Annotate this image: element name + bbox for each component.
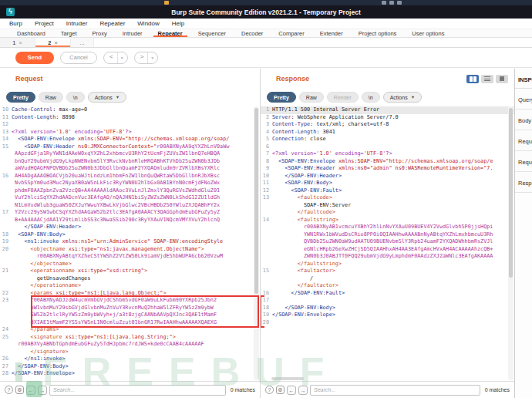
taskbar-tray-icon[interactable] xyxy=(397,1,402,5)
line-number: 20 xyxy=(0,246,12,254)
title-bar: ϟ Burp Suite Community Edition v2021.2.1… xyxy=(0,5,532,19)
view-tab-label: \n xyxy=(369,95,373,100)
code-line: 12 xyxy=(0,121,260,129)
line-number xyxy=(0,194,12,202)
tab-intruder[interactable]: Intruder xyxy=(115,29,150,37)
line-content: <SOAP-ENV:Envelope xmlns:SOAP-ENV="http:… xyxy=(12,136,260,143)
back-button[interactable]: < xyxy=(104,52,117,63)
tab-dashboard[interactable]: Dashboard xyxy=(9,29,53,37)
code-line: </operationname> xyxy=(0,282,260,290)
line-content: r00ABXNyABtqYXZheCStYWShZ2VtZW50Lk9iamVj… xyxy=(12,253,260,261)
view-tab-raw[interactable]: Raw xyxy=(39,92,63,103)
tab-project-options[interactable]: Project options xyxy=(351,29,405,37)
response-scrollbar[interactable] xyxy=(508,106,513,380)
tab-decoder[interactable]: Decoder xyxy=(234,29,271,37)
layout-toggle-group xyxy=(466,75,508,83)
menu-item-project[interactable]: Project xyxy=(29,20,60,27)
code-line: aWVudHQAGFNPQVBDb25uZWN0b3JDbGllbnQuamF2… xyxy=(0,165,260,173)
tab-comparer[interactable]: Comparer xyxy=(271,29,311,37)
line-content xyxy=(272,319,514,327)
code-line: / xyxy=(261,275,514,283)
forward-button-group[interactable]: > ▼ xyxy=(134,52,159,64)
response-search-input[interactable] xyxy=(310,385,480,396)
repeater-tab-2[interactable]: 2× xyxy=(35,38,71,47)
line-content: B+AA4AAACjdAA1Y29tLmlibSS3c3NwaSSib290c3… xyxy=(12,217,260,224)
menu-item-help[interactable]: Help xyxy=(166,20,190,27)
line-number: 25 xyxy=(0,334,12,342)
code-line: 15 <SOAP-ENV:Header ns0:JMXConnectorCont… xyxy=(0,143,260,151)
search-prev-icon[interactable]: ← xyxy=(26,386,35,395)
response-viewer[interactable]: 1HTTP/1.1 500 Internal Server Error2Serv… xyxy=(261,106,514,381)
tab-proxy[interactable]: Proxy xyxy=(85,29,115,37)
request-editor[interactable]: 10Cache-Control: max-age=011Content-Leng… xyxy=(0,106,260,381)
inspector-section-query-parameters[interactable]: Query Parameters xyxy=(515,89,532,110)
back-button-group[interactable]: < ▼ xyxy=(103,52,128,64)
tab-sequencer[interactable]: Sequencer xyxy=(190,29,234,37)
tab-target[interactable]: Target xyxy=(53,29,85,37)
line-content: <SOAP-ENV:Envelope xmlns:SOAP-ENV="http:… xyxy=(272,158,514,166)
view-tab-pretty[interactable]: Pretty xyxy=(6,92,35,103)
line-number: 7 xyxy=(261,150,272,158)
line-number: 23 xyxy=(0,297,12,305)
view-tab-n[interactable]: \n xyxy=(66,92,85,103)
repeater-tab-label: 2 xyxy=(48,39,51,46)
line-number: 6 xyxy=(261,143,272,151)
response-hscrollbar[interactable] xyxy=(271,377,304,380)
gear-icon[interactable]: ⚙ xyxy=(276,386,285,394)
code-line: 12 <SOAP-ENV:Fault> xyxy=(261,187,514,195)
code-line: N1LmVxdWlub3guaW50ZXJuYWwuYXBwLkVjbGlwc2… xyxy=(0,202,260,210)
view-tab-n[interactable]: \n xyxy=(362,92,380,103)
code-line: </faultcode> xyxy=(261,209,514,217)
line-content: / xyxy=(272,275,514,283)
code-line: 6 xyxy=(261,143,514,151)
back-dropdown-chevron-icon[interactable]: ▼ xyxy=(117,52,127,63)
code-line: VuY2hlciSqYXZhdAADcnVuc3EAfgAO/nQAJHN1bi… xyxy=(0,194,260,202)
inspector-section-response-headers[interactable]: Response Headers xyxy=(515,172,532,193)
layout-columns-icon[interactable] xyxy=(466,75,479,83)
send-button[interactable]: Send xyxy=(15,52,54,64)
search-prev-icon[interactable]: ← xyxy=(287,386,296,395)
menu-item-repeater[interactable]: Repeater xyxy=(93,20,131,27)
line-content: dXIAE1tMamF2YS5sYW5nL1N0cmluZzut01bn6R17… xyxy=(12,319,260,327)
tab-user-options[interactable]: User options xyxy=(404,29,452,37)
inspector-section-request-cookies[interactable]: Request Cookies xyxy=(515,130,532,151)
help-icon[interactable]: ? xyxy=(5,386,13,394)
request-scrollbar[interactable] xyxy=(254,106,259,380)
line-number xyxy=(0,275,12,283)
close-tab-icon[interactable]: × xyxy=(55,40,58,45)
request-panel-title: Request xyxy=(15,75,43,83)
inspector-section-body-parameters[interactable]: Body Parameters xyxy=(515,110,532,130)
line-number: 2 xyxy=(261,114,272,122)
tab-extender[interactable]: Extender xyxy=(312,29,351,37)
code-line: 19</SOAP-ENV:Envelope> xyxy=(261,312,514,319)
menu-item-window[interactable]: Window xyxy=(131,20,165,27)
new-tab-button[interactable]: ... xyxy=(71,38,94,47)
inspector-title: INSPECTOR xyxy=(515,69,532,89)
line-number xyxy=(0,158,12,166)
gear-icon[interactable]: ⚙ xyxy=(15,386,24,394)
tab-repeater[interactable]: Repeater xyxy=(150,29,190,37)
view-tab-actions[interactable]: Actions▼ xyxy=(383,92,422,103)
search-next-icon[interactable]: → xyxy=(298,386,308,395)
view-tab-pretty[interactable]: Pretty xyxy=(267,92,296,103)
request-search-input[interactable] xyxy=(49,385,226,396)
taskbar-tray-icon[interactable] xyxy=(382,1,386,5)
menu-item-intruder[interactable]: Intruder xyxy=(60,20,94,27)
view-tab-render[interactable]: Render xyxy=(327,92,359,103)
layout-rows-icon[interactable] xyxy=(481,75,493,83)
help-icon[interactable]: ? xyxy=(265,386,274,394)
layout-single-icon[interactable] xyxy=(496,75,508,83)
repeater-tab-1[interactable]: 1× xyxy=(0,38,35,47)
search-next-icon[interactable]: → xyxy=(38,386,47,395)
close-tab-icon[interactable]: × xyxy=(19,40,22,45)
line-content: HTTP/1.1 500 Internal Server Error xyxy=(272,106,514,114)
menu-item-burp[interactable]: Burp xyxy=(3,20,29,27)
inspector-section-request-headers[interactable]: Request Headers xyxy=(515,151,532,172)
forward-button[interactable]: > xyxy=(135,52,148,63)
taskbar-tray-icon[interactable] xyxy=(389,1,394,5)
view-tab-raw[interactable]: Raw xyxy=(299,92,324,103)
view-tab-actions[interactable]: Actions▼ xyxy=(88,92,126,103)
taskbar-app-icon[interactable] xyxy=(164,1,169,5)
forward-dropdown-chevron-icon[interactable]: ▼ xyxy=(147,52,157,63)
cancel-button[interactable]: Cancel xyxy=(60,52,97,64)
